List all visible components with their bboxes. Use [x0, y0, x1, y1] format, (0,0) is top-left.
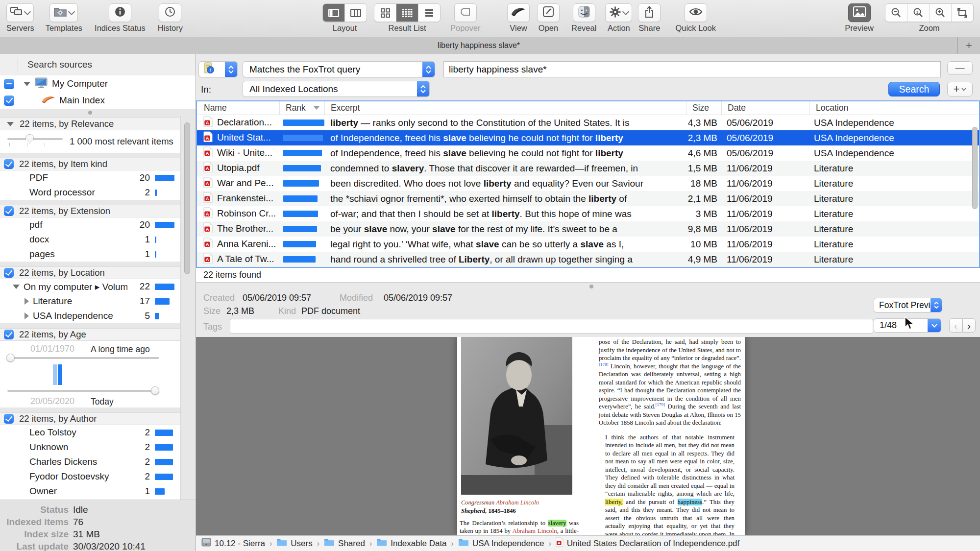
table-row[interactable]: AAnna Kareni...legal right to you.’ ‘Wha… — [197, 237, 979, 252]
history-button[interactable] — [159, 3, 181, 22]
view-button[interactable] — [507, 3, 530, 22]
zoom-actual-size-icon[interactable]: 1 — [907, 4, 929, 22]
path-item[interactable]: USA Independence — [458, 538, 544, 549]
disclosure-triangle-icon[interactable] — [24, 82, 30, 86]
path-item[interactable]: Users — [276, 538, 312, 549]
facet-header-relevance[interactable]: 22 items, by Relevance — [0, 118, 180, 130]
popover-button[interactable] — [454, 3, 477, 22]
add-criteria-button[interactable]: + — [947, 82, 973, 96]
facet-row[interactable]: Word processor2 — [0, 185, 180, 200]
facet-row[interactable]: Charles Dickens2 — [0, 455, 180, 469]
match-type-popup[interactable]: Matches the FoxTrot query — [243, 61, 435, 77]
table-row[interactable]: AThe Brother...be your slave now, your s… — [197, 221, 979, 237]
quick-look-button[interactable] — [685, 3, 707, 22]
disclosure-triangle-icon[interactable] — [13, 285, 20, 289]
results-scrollbar[interactable] — [972, 127, 978, 209]
checkbox-mixed[interactable] — [4, 79, 14, 89]
table-row[interactable]: ARobinson Cr...of-war; and that then I s… — [197, 206, 979, 221]
table-row[interactable]: AA Tale of Tw...hand round a shrivelled … — [197, 252, 979, 267]
sidebar-splitter[interactable] — [0, 109, 180, 116]
checkbox-checked[interactable] — [4, 414, 14, 424]
layout-columns-icon[interactable] — [344, 4, 367, 22]
preview-mode-popup[interactable]: FoxTrot Preview — [874, 298, 942, 312]
column-header-size[interactable]: Size — [686, 101, 721, 115]
tags-input[interactable] — [230, 319, 873, 334]
path-item[interactable]: Indexable Data — [376, 538, 446, 549]
action-button[interactable] — [605, 3, 632, 22]
column-header-name[interactable]: Name — [197, 101, 279, 115]
checkbox-checked[interactable] — [4, 159, 14, 169]
column-header-location[interactable]: Location — [809, 101, 979, 115]
facet-header-extension[interactable]: 22 items, by Extension — [0, 205, 180, 217]
checkbox-checked[interactable] — [4, 330, 14, 339]
column-header-date[interactable]: Date — [721, 101, 809, 115]
facet-row[interactable]: Fyodor Dostoevsky2 — [0, 469, 180, 484]
facet-header-location[interactable]: 22 items, by Location — [0, 266, 180, 279]
path-item[interactable]: AUnited States Declaration of Independen… — [556, 537, 740, 549]
list-view-icon[interactable] — [418, 4, 440, 22]
checkbox-checked[interactable] — [4, 268, 14, 278]
tab-active[interactable]: liberty happiness slave* — [0, 37, 958, 54]
table-row[interactable]: ADeclaration...liberty — ranks only seco… — [197, 115, 979, 130]
search-button[interactable]: Search — [888, 82, 940, 96]
column-header-rank[interactable]: Rank — [279, 101, 324, 115]
age-slider-from-track[interactable] — [7, 357, 159, 359]
preview-toggle-button[interactable] — [848, 3, 871, 22]
splitter-handle-icon[interactable] — [589, 285, 593, 288]
page-selector[interactable]: 1/48 — [874, 318, 941, 333]
table-row[interactable]: AWar and Pe...been discredited. Who does… — [197, 176, 979, 191]
facet-row[interactable]: On my computer ▸ Volume...22 — [0, 279, 180, 294]
zoom-fit-icon[interactable] — [951, 4, 973, 22]
indices-status-button[interactable] — [109, 3, 131, 22]
grid-view-icon[interactable] — [374, 4, 396, 22]
query-input[interactable] — [443, 61, 941, 77]
new-tab-button[interactable]: + — [958, 37, 980, 54]
disclosure-triangle-icon[interactable] — [24, 312, 29, 319]
path-item[interactable]: Shared — [324, 538, 365, 549]
query-type-button[interactable]: i — [198, 61, 238, 77]
path-item[interactable]: 10.12 - Sierra — [201, 538, 265, 549]
remove-criteria-button[interactable]: — — [947, 61, 973, 75]
source-row-my-computer[interactable]: My Computer — [0, 75, 196, 92]
facet-row[interactable]: Literature17 — [0, 294, 180, 309]
facet-row[interactable]: Unknown2 — [0, 440, 180, 455]
table-row[interactable]: AUtopia.pdfcondemned to slavery. Those t… — [197, 161, 979, 176]
facet-row[interactable]: docx1 — [0, 232, 180, 247]
facet-header-item-kind[interactable]: 22 items, by Item kind — [0, 158, 180, 170]
facet-row[interactable]: pdf20 — [0, 217, 180, 232]
disclosure-triangle-icon[interactable] — [7, 122, 14, 126]
checkbox-checked[interactable] — [4, 206, 14, 216]
sidebar-scrollbar[interactable] — [184, 122, 190, 274]
layout-sidebar-icon[interactable] — [323, 4, 344, 22]
facet-row[interactable]: Owner1 — [0, 484, 180, 499]
table-view-icon[interactable] — [396, 4, 418, 22]
source-row-main-index[interactable]: Main Index — [0, 92, 196, 109]
facet-header-author[interactable]: 22 items, by Author — [0, 412, 180, 425]
zoom-in-icon[interactable] — [929, 4, 951, 22]
table-row[interactable]: AUnited Stat...of Independence, freed hi… — [197, 130, 979, 145]
table-row[interactable]: AWiki - Unite...of Independence, freed h… — [197, 145, 979, 161]
templates-button[interactable] — [49, 3, 78, 22]
reveal-button[interactable] — [573, 3, 595, 22]
scope-popup[interactable]: All Indexed Locations — [243, 81, 430, 97]
stepper-icon[interactable] — [225, 62, 237, 77]
previous-page-button[interactable]: ‹ — [949, 318, 962, 333]
servers-button[interactable] — [6, 3, 34, 22]
relevance-slider-track[interactable] — [7, 138, 63, 140]
facet-row[interactable]: PDF20 — [0, 170, 180, 185]
next-page-button[interactable]: › — [962, 318, 976, 333]
facet-row[interactable]: Leo Tolstoy2 — [0, 425, 180, 440]
facet-row[interactable]: USA Independence5 — [0, 309, 180, 323]
open-button[interactable] — [537, 3, 560, 22]
column-header-excerpt[interactable]: Excerpt — [324, 101, 686, 115]
age-slider-to-thumb[interactable] — [151, 386, 159, 395]
share-button[interactable] — [638, 3, 661, 22]
relevance-slider-thumb[interactable] — [25, 134, 34, 144]
facet-header-age[interactable]: 22 items, by Age — [0, 328, 180, 341]
disclosure-triangle-icon[interactable] — [24, 298, 29, 305]
age-slider-to-track[interactable] — [7, 390, 159, 392]
zoom-out-icon[interactable] — [885, 4, 907, 22]
facet-row[interactable]: pages1 — [0, 247, 180, 262]
age-slider-from-thumb[interactable] — [6, 354, 15, 362]
table-row[interactable]: AFrankenstei...the *schiavi ognor fremen… — [197, 191, 979, 206]
